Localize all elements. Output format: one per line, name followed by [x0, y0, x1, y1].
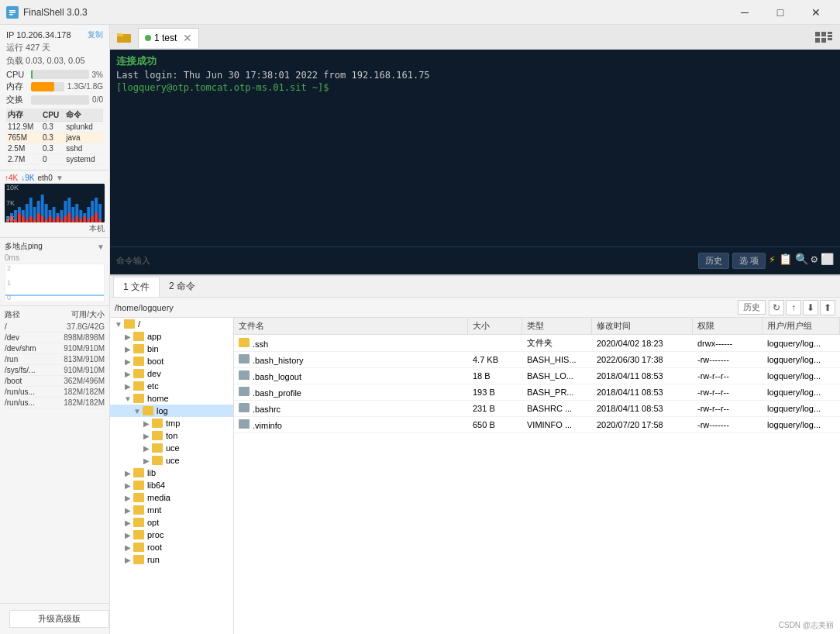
upgrade-button[interactable]: 升级高级版	[9, 610, 109, 628]
file-owner: logquery/log...	[763, 369, 840, 383]
graph-label-10k: 10K	[6, 184, 19, 191]
tree-item[interactable]: ▶ dev	[110, 367, 233, 380]
minimize-button[interactable]: ─	[727, 0, 763, 25]
copy-icon[interactable]: 📋	[779, 253, 792, 269]
tree-item[interactable]: ▶ uce	[110, 442, 233, 454]
col-header-owner[interactable]: 用户/用户组	[763, 318, 840, 334]
tree-item-label: dev	[147, 369, 161, 378]
tree-item[interactable]: ▼ /	[110, 318, 233, 330]
file-type-icon	[239, 387, 250, 396]
tree-item-label: run	[147, 555, 160, 564]
tree-item[interactable]: ▶ tmp	[110, 417, 233, 429]
tree-item[interactable]: ▶ media	[110, 491, 233, 504]
svg-rect-2	[9, 12, 15, 13]
file-row[interactable]: .ssh 文件夹 2020/04/02 18:23 drwx------ log…	[234, 335, 840, 352]
svg-rect-1	[9, 10, 15, 12]
lightning-icon[interactable]: ⚡	[769, 253, 775, 269]
disk-row: /dev898M/898M	[5, 333, 105, 343]
close-button[interactable]: ✕	[798, 0, 834, 25]
copy-ip-button[interactable]: 复制	[88, 29, 103, 40]
connection-success-msg: 连接成功	[116, 54, 834, 68]
disk-size: 813M/910M	[64, 355, 105, 364]
tree-item-label: bin	[147, 344, 159, 353]
svg-rect-13	[828, 38, 832, 40]
col-header-size[interactable]: 大小	[468, 318, 522, 334]
process-row: 765M0.3java	[6, 133, 103, 143]
title-bar: FinalShell 3.0.3 ─ □ ✕	[0, 0, 840, 25]
upload-button[interactable]: ⬆	[820, 300, 835, 315]
file-perm: -rw-r--r--	[693, 385, 763, 399]
net-iface-label: eth0	[37, 174, 52, 182]
file-row[interactable]: .bashrc 231 B BASHRC ... 2018/04/11 08:5…	[234, 401, 840, 417]
tree-expander: ▶	[141, 419, 152, 428]
terminal-command-input[interactable]	[157, 256, 698, 267]
tree-item[interactable]: ▶ boot	[110, 355, 233, 367]
select-button[interactable]: 选 项	[732, 253, 766, 269]
tab-label: 1 test	[154, 33, 177, 43]
tree-item[interactable]: ▶ bin	[110, 343, 233, 355]
file-size: 193 B	[468, 385, 522, 399]
tree-item[interactable]: ▶ lib	[110, 467, 233, 479]
tree-item[interactable]: ▶ lib64	[110, 479, 233, 491]
history-button[interactable]: 历史	[698, 253, 729, 269]
search-icon[interactable]: 🔍	[795, 253, 808, 269]
process-row: 2.5M0.3sshd	[6, 143, 103, 154]
file-perm: -rw-r--r--	[693, 369, 763, 383]
tree-item-label: opt	[147, 518, 159, 527]
file-type: BASH_HIS...	[522, 353, 592, 367]
svg-rect-3	[9, 14, 13, 16]
tree-expander: ▶	[122, 531, 133, 539]
tree-item[interactable]: ▶ mnt	[110, 504, 233, 516]
folder-icon-button[interactable]	[113, 27, 135, 47]
tree-item[interactable]: ▶ ton	[110, 429, 233, 442]
tree-item-label: uce	[166, 443, 180, 453]
tab-grid-button[interactable]	[811, 32, 837, 43]
path-history-button[interactable]: 历史	[738, 300, 766, 315]
col-header-date[interactable]: 修改时间	[592, 318, 693, 334]
tree-item[interactable]: ▶ proc	[110, 529, 233, 541]
up-button[interactable]: ↑	[786, 300, 801, 315]
tree-item[interactable]: ▶ uce	[110, 454, 233, 467]
tree-item[interactable]: ▶ root	[110, 541, 233, 553]
folder-icon	[152, 419, 163, 428]
file-type-icon	[239, 354, 250, 364]
maximize-button[interactable]: □	[763, 0, 798, 25]
download-button[interactable]: ⬇	[803, 300, 818, 315]
file-type: 文件夹	[522, 335, 592, 351]
mem-value: 1.3G/1.8G	[67, 82, 103, 91]
tree-item[interactable]: ▶ app	[110, 330, 233, 343]
expand-icon[interactable]: ⬜	[821, 253, 834, 269]
disk-size: 898M/898M	[64, 333, 105, 342]
cmd-input-label: 命令输入	[116, 255, 150, 267]
svg-rect-11	[828, 32, 832, 34]
ping-graph: 2 1 0	[5, 264, 105, 302]
file-row[interactable]: .bash_logout 18 B BASH_LO... 2018/04/11 …	[234, 368, 840, 384]
tree-item[interactable]: ▼ home	[110, 392, 233, 405]
file-type: BASH_PR...	[522, 385, 592, 399]
folder-icon	[133, 394, 144, 403]
tree-item[interactable]: ▶ etc	[110, 380, 233, 392]
tab-test[interactable]: 1 test ✕	[138, 28, 199, 48]
tree-item[interactable]: ▶ opt	[110, 516, 233, 529]
disk-path: /dev	[5, 333, 19, 342]
cpu-row: CPU 3%	[6, 70, 103, 79]
refresh-button[interactable]: ↻	[769, 300, 784, 315]
file-row[interactable]: .bash_profile 193 B BASH_PR... 2018/04/1…	[234, 384, 840, 401]
settings-icon[interactable]: ⚙	[811, 253, 818, 269]
file-tab-files[interactable]: 1 文件	[113, 277, 160, 297]
file-size: 18 B	[468, 369, 522, 383]
file-name: .ssh	[234, 336, 468, 351]
file-row[interactable]: .bash_history 4.7 KB BASH_HIS... 2022/06…	[234, 352, 840, 368]
file-type-icon	[239, 419, 250, 429]
col-header-type[interactable]: 类型	[522, 318, 592, 334]
file-name: .bash_profile	[234, 384, 468, 400]
col-header-name[interactable]: 文件名	[234, 318, 468, 334]
col-header-perm[interactable]: 权限	[693, 318, 763, 334]
tree-item[interactable]: ▶ run	[110, 553, 233, 566]
tree-item[interactable]: ▼ log	[110, 405, 233, 417]
file-row[interactable]: .viminfo 650 B VIMINFO ... 2020/07/20 17…	[234, 417, 840, 433]
tree-expander: ▼	[132, 407, 143, 415]
file-tab-commands[interactable]: 2 命令	[160, 277, 205, 296]
file-tabs-bar: 1 文件 2 命令	[110, 276, 840, 298]
tab-close-button[interactable]: ✕	[183, 32, 192, 44]
